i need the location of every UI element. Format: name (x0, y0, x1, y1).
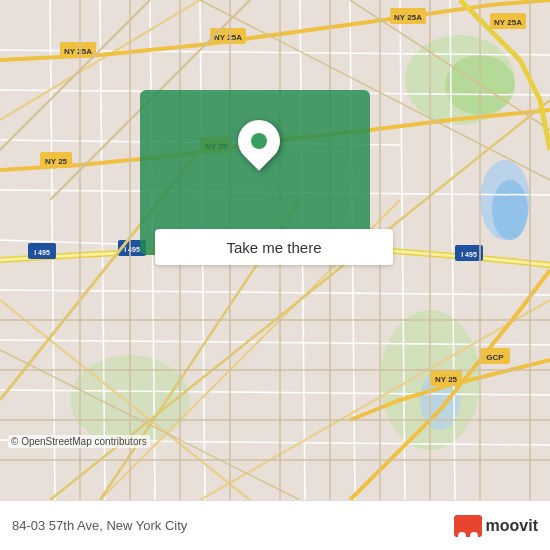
svg-text:NY 25: NY 25 (435, 375, 458, 384)
moovit-logo: moovit (454, 515, 538, 537)
svg-text:NY 25A: NY 25A (394, 13, 422, 22)
svg-text:NY 25A: NY 25A (494, 18, 522, 27)
svg-text:I 495: I 495 (124, 246, 140, 253)
svg-text:NY 25A: NY 25A (64, 47, 92, 56)
svg-text:I 495: I 495 (461, 251, 477, 258)
svg-text:NY 25: NY 25 (45, 157, 68, 166)
svg-text:NY 25A: NY 25A (214, 33, 242, 42)
map-container: NY 25A NY 25A NY 25A NY 25 NY 25 I 495 I… (0, 0, 550, 500)
moovit-brand-text: moovit (486, 517, 538, 535)
svg-text:GCP: GCP (486, 353, 504, 362)
moovit-bus-icon (454, 515, 482, 537)
take-me-there-button[interactable]: Take me there (155, 229, 393, 265)
address-text: 84-03 57th Ave, New York City (12, 518, 187, 533)
bottom-bar: 84-03 57th Ave, New York City moovit (0, 500, 550, 550)
svg-point-6 (492, 180, 528, 240)
svg-text:I 495: I 495 (34, 249, 50, 256)
osm-credit: © OpenStreetMap contributors (8, 435, 150, 448)
location-pin (238, 120, 280, 162)
